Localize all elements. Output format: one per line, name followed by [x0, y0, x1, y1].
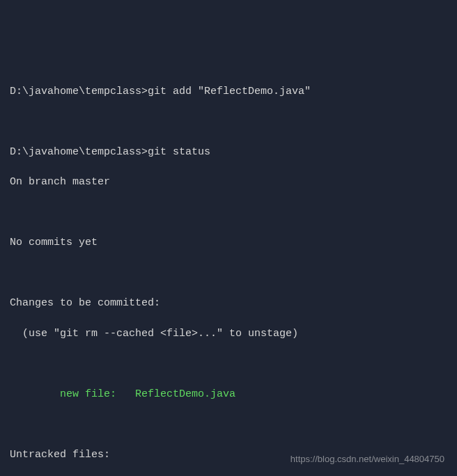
watermark: https://blog.csdn.net/weixin_44804750 — [291, 453, 444, 466]
blank-line — [10, 114, 447, 129]
staged-file: ReflectDemo.java — [135, 388, 235, 400]
blank-line — [10, 417, 447, 432]
changes-header: Changes to be committed: — [10, 296, 447, 311]
changes-hint: (use "git rm --cached <file>..." to unst… — [10, 326, 447, 342]
blank-line — [10, 356, 447, 372]
cmd-add: git add "ReflectDemo.java" — [148, 86, 311, 97]
terminal-output: D:\javahome\tempclass>git add "ReflectDe… — [10, 69, 447, 476]
cmd-status: git status — [148, 146, 210, 158]
no-commits-line: No commits yet — [10, 235, 447, 251]
cmd-line-status: D:\javahome\tempclass>git status — [10, 145, 447, 160]
branch-line: On branch master — [10, 175, 447, 190]
prompt: D:\javahome\tempclass> — [10, 86, 148, 97]
cmd-line-add: D:\javahome\tempclass>git add "ReflectDe… — [10, 84, 447, 100]
blank-line — [10, 205, 447, 221]
staged-label: new file: — [10, 388, 135, 400]
prompt: D:\javahome\tempclass> — [10, 146, 148, 158]
blank-line — [10, 266, 447, 281]
staged-line: new file: ReflectDemo.java — [10, 387, 447, 402]
